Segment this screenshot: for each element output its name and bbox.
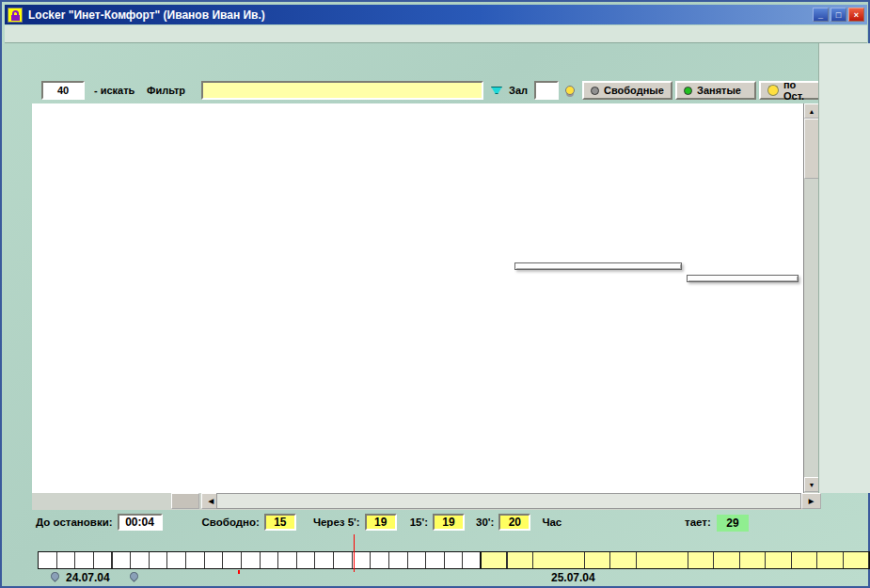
scroll-up-button[interactable]: ▲: [804, 103, 819, 119]
stop-label: До остановки:: [36, 516, 113, 528]
scroll-thumb[interactable]: [804, 119, 819, 179]
free-count: 15: [264, 514, 296, 531]
hour-label-right: тает:: [685, 516, 711, 528]
current-time-marker: [354, 534, 355, 572]
day1-date: 24.07.04: [66, 571, 110, 584]
context-menu: [514, 262, 682, 270]
close-button[interactable]: ×: [848, 8, 864, 22]
in5-label: Через 5':: [313, 516, 360, 528]
free-dot-icon: [591, 87, 599, 95]
horizontal-scrollbar[interactable]: [216, 493, 801, 509]
bulb-icon: [565, 81, 575, 100]
scroll-down-button[interactable]: ▼: [804, 477, 819, 492]
date-marker-icon[interactable]: [128, 570, 140, 582]
hall-input[interactable]: [534, 81, 559, 100]
filter-row: 40 - искать Фильтр Зал Свободные Занятые…: [36, 81, 816, 102]
window-controls: _□×: [813, 8, 867, 22]
busy-dot-icon: [684, 87, 692, 95]
time-tick-marker: [238, 570, 240, 574]
funnel-icon: [491, 81, 502, 100]
table-header: [32, 103, 803, 120]
vertical-scrollbar[interactable]: ▲ ▼: [803, 103, 818, 493]
date-marker-icon[interactable]: [49, 570, 61, 582]
window-title: Locker "Инет-Комфорт" (Иванов Иван Ив.): [28, 8, 265, 22]
in15-label: 15':: [410, 516, 428, 528]
in15-count: 19: [433, 514, 465, 531]
hscroll-piece[interactable]: [171, 493, 199, 509]
title-bar: Locker "Инет-Комфорт" (Иванов Иван Ив.) …: [5, 5, 867, 24]
search-count-box[interactable]: 40: [41, 81, 85, 100]
free-filter-button[interactable]: Свободные: [582, 81, 672, 100]
hall-label: Зал: [509, 81, 528, 100]
timeline-day1-strip[interactable]: [38, 551, 481, 569]
computers-table: [32, 103, 803, 493]
timeline-day2-strip[interactable]: [481, 551, 870, 569]
busy-filter-button[interactable]: Занятые: [675, 81, 756, 100]
computers-grid-panel: [818, 43, 870, 493]
search-label: - искать: [94, 81, 134, 100]
hour-label-left: Час: [542, 516, 562, 528]
status-bar: До остановки: 00:04 Свободно: 15 Через 5…: [36, 513, 562, 532]
left-sidebar: [5, 45, 33, 493]
filter-label: Фильтр: [147, 81, 185, 100]
menu-bar: [5, 25, 867, 43]
day2-date: 25.07.04: [551, 571, 595, 584]
hour-count: 29: [717, 515, 749, 532]
free-count-label: Свободно:: [202, 516, 260, 528]
alarm-clock-icon: [767, 85, 779, 96]
stop-timer: 00:04: [118, 514, 163, 531]
filter-input[interactable]: [201, 81, 483, 100]
time-submenu: [687, 275, 799, 282]
maximize-button[interactable]: □: [830, 8, 846, 22]
record-nav-row: ◀ ▶: [32, 493, 803, 510]
app-window: Locker "Инет-Комфорт" (Иванов Иван Ив.) …: [0, 0, 870, 588]
lock-icon: [8, 8, 23, 23]
in30-label: 30':: [476, 516, 494, 528]
minimize-button[interactable]: _: [813, 8, 829, 22]
in5-count: 19: [365, 514, 397, 531]
hscroll-right-button[interactable]: ▶: [801, 493, 821, 509]
in30-count: 20: [498, 514, 530, 531]
